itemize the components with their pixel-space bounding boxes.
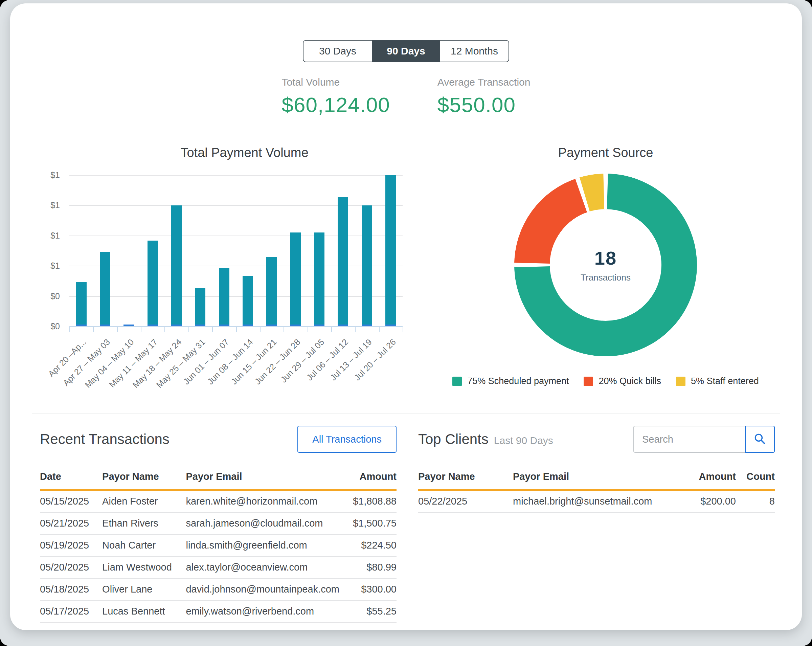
search-icon — [753, 432, 767, 447]
stat-value: $60,124.00 — [282, 93, 390, 117]
transaction-row: 05/17/2025Lucas Bennettemily.watson@rive… — [40, 600, 397, 622]
tables-row: Recent Transactions All Transactions Dat… — [40, 425, 775, 623]
legend-item-20-quick-bills: 20% Quick bills — [584, 376, 661, 386]
recent-transactions-section: Recent Transactions All Transactions Dat… — [40, 425, 397, 623]
timeframe-tabs: 30 Days90 Days12 Months — [303, 40, 509, 62]
bar-apr-27-may-03 — [100, 252, 110, 326]
legend-item-75-scheduled-payment: 75% Scheduled payment — [452, 376, 569, 386]
axis-tick — [117, 327, 118, 332]
cell-email: karen.white@horizonmail.com — [186, 490, 339, 513]
cell-amount: $1,500.75 — [339, 512, 397, 535]
donut-legend: 75% Scheduled payment20% Quick bills5% S… — [447, 376, 765, 386]
axis-tick — [284, 327, 284, 332]
axis-tick — [355, 327, 356, 332]
y-axis-tick-label: $0 — [50, 291, 60, 301]
cell-date: 05/20/2025 — [40, 556, 102, 578]
top-clients-subtitle: Last 90 Days — [494, 435, 553, 446]
bar-series — [69, 175, 403, 326]
all-transactions-button[interactable]: All Transactions — [298, 426, 397, 453]
stat-label: Average Transaction — [438, 76, 531, 88]
y-axis-tick-label: $1 — [50, 231, 60, 240]
search-input[interactable] — [633, 426, 745, 453]
legend-label: 5% Staff entered — [691, 376, 759, 386]
transaction-row: 05/19/2025Noah Carterlinda.smith@greenfi… — [40, 535, 397, 556]
client-row: 05/22/2025michael.bright@sunsetmail.com$… — [418, 490, 775, 513]
column-header-amount: Amount — [672, 466, 736, 490]
tab-12-months[interactable]: 12 Months — [440, 41, 508, 62]
transaction-row: 05/15/2025Aiden Fosterkaren.white@horizo… — [40, 490, 397, 513]
recent-transactions-title: Recent Transactions — [40, 431, 169, 447]
axis-tick — [141, 327, 142, 332]
cell-name: Noah Carter — [102, 535, 186, 556]
x-axis-label: Jul 20 – Jul 26 — [352, 337, 398, 383]
cell-name: Ethan Rivers — [102, 512, 186, 535]
axis-tick — [260, 327, 261, 332]
bar-chart-panel: Total Payment Volume $1$1$1$1$0$0 Apr 20… — [37, 145, 420, 400]
bar-may-11-may-17 — [148, 241, 158, 326]
summary-stats: Total Volume $60,124.00 Average Transact… — [10, 76, 802, 117]
bar-jun-08-jun-14 — [243, 276, 253, 326]
cell-amount: $55.25 — [339, 600, 397, 622]
top-clients-table: Payor NamePayor EmailAmountCount 05/22/2… — [418, 466, 775, 513]
axis-tick — [165, 327, 165, 332]
bar-chart-title: Total Payment Volume — [69, 145, 420, 160]
bar-chart-plot-area: $1$1$1$1$0$0 — [69, 175, 403, 326]
stat-label: Total Volume — [282, 76, 390, 88]
y-axis-tick-label: $0 — [50, 321, 60, 331]
stat-value: $550.00 — [438, 93, 531, 117]
y-axis-tick-label: $1 — [50, 170, 60, 180]
cell-name: Liam Westwood — [102, 556, 186, 578]
axis-tick — [308, 327, 308, 332]
cell-name: 05/22/2025 — [418, 490, 513, 513]
cell-date: 05/19/2025 — [40, 535, 102, 556]
cell-amount: $200.00 — [672, 490, 736, 513]
cell-count: 8 — [736, 490, 775, 513]
client-search — [633, 426, 775, 453]
top-clients-heading: Top ClientsLast 90 Days — [418, 431, 553, 447]
cell-email: emily.watson@riverbend.com — [186, 600, 339, 622]
cell-amount: $1,808.88 — [339, 490, 397, 513]
legend-swatch — [584, 377, 593, 386]
column-header-count: Count — [736, 466, 775, 490]
top-clients-section: Top ClientsLast 90 Days — [418, 425, 775, 623]
cell-date: 05/17/2025 — [40, 600, 102, 622]
cell-date: 05/18/2025 — [40, 578, 102, 600]
cell-amount: $300.00 — [339, 578, 397, 600]
bar-may-25-may-31 — [195, 288, 205, 326]
column-header-payor-email: Payor Email — [186, 466, 339, 490]
tab-90-days[interactable]: 90 Days — [372, 41, 440, 62]
recent-transactions-table: DatePayor NamePayor EmailAmount 05/15/20… — [40, 466, 397, 623]
legend-item-5-staff-entered: 5% Staff entered — [676, 376, 759, 386]
legend-swatch — [676, 377, 685, 386]
bar-jun-29-jul-05 — [314, 232, 325, 326]
legend-label: 20% Quick bills — [598, 376, 661, 386]
cell-email: sarah.jameson@cloudmail.com — [186, 512, 339, 535]
cell-name: Oliver Lane — [102, 578, 186, 600]
app-background: 30 Days90 Days12 Months Total Volume $60… — [0, 0, 812, 646]
axis-tick — [403, 327, 403, 332]
bar-jun-15-jun-21 — [266, 257, 277, 326]
donut-chart-panel: Payment Source 18 Transactions 75% Sched… — [447, 145, 765, 386]
cell-email: linda.smith@greenfield.com — [186, 535, 339, 556]
cell-name: Lucas Bennett — [102, 600, 186, 622]
x-axis-label: Jul 06 – Jul 12 — [304, 337, 350, 383]
legend-swatch — [452, 377, 462, 386]
donut-svg — [511, 170, 701, 360]
bar-may-18-may-24 — [171, 205, 182, 326]
search-button[interactable] — [745, 426, 775, 453]
cell-name: Aiden Foster — [102, 490, 186, 513]
legend-label: 75% Scheduled payment — [467, 376, 569, 386]
donut-chart-title: Payment Source — [447, 145, 765, 160]
transaction-row: 05/21/2025Ethan Riverssarah.jameson@clou… — [40, 512, 397, 535]
dashboard-card: 30 Days90 Days12 Months Total Volume $60… — [10, 3, 802, 630]
axis-tick — [69, 327, 70, 332]
column-header-payor-name: Payor Name — [418, 466, 513, 490]
column-header-payor-name: Payor Name — [102, 466, 186, 490]
tab-30-days[interactable]: 30 Days — [304, 41, 372, 62]
bar-jul-13-jul-19 — [362, 205, 372, 326]
stat-average-transaction: Average Transaction $550.00 — [438, 76, 531, 117]
x-axis-label: Jul 13 – Jul 19 — [328, 337, 374, 383]
cell-email: alex.taylor@oceanview.com — [186, 556, 339, 578]
axis-tick — [93, 327, 94, 332]
x-axis-labels: Apr 20 –Ap...Apr 27 – May 03May 04 – May… — [69, 332, 403, 400]
